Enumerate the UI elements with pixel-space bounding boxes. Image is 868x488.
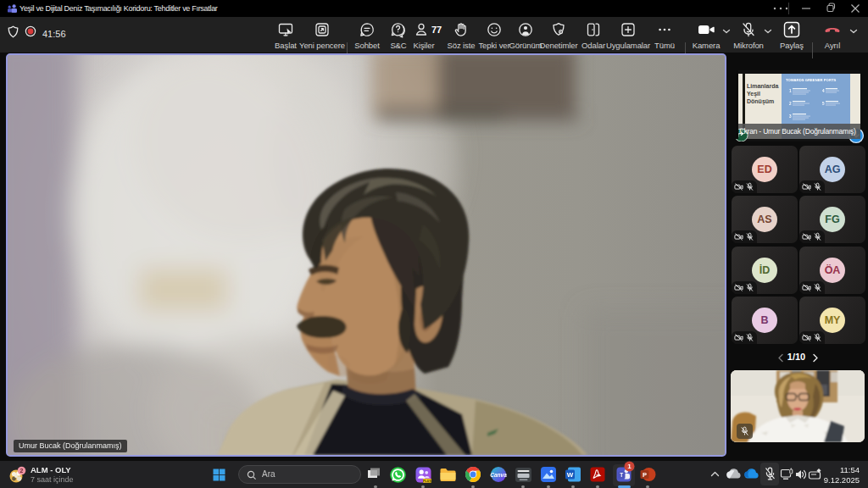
- svg-text:1: 1: [627, 463, 632, 470]
- svg-text:Canva: Canva: [490, 472, 507, 478]
- svg-text:2: 2: [789, 102, 792, 106]
- svg-text:T: T: [620, 472, 623, 478]
- svg-text:P: P: [643, 471, 647, 479]
- svg-text:2: 2: [20, 468, 24, 474]
- svg-text:3: 3: [789, 114, 792, 119]
- svg-text:1: 1: [789, 89, 792, 93]
- svg-text:5: 5: [822, 102, 825, 106]
- svg-text:4: 4: [822, 89, 825, 93]
- svg-text:W: W: [567, 471, 574, 479]
- svg-text:PLUS: PLUS: [423, 480, 431, 483]
